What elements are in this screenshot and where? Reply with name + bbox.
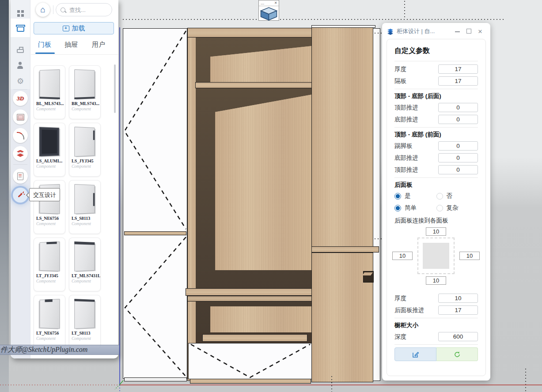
arc-icon	[17, 132, 24, 139]
wardrobe-mid-shelf-edge	[187, 296, 313, 302]
close-icon[interactable]: ×	[274, 1, 277, 5]
component-card[interactable]: BR_MLS743... Component	[69, 65, 101, 119]
depth-input[interactable]	[438, 332, 478, 341]
component-type: Component	[34, 164, 65, 169]
wardrobe-plinth	[190, 379, 311, 384]
maximize-button[interactable]	[463, 28, 474, 35]
component-card[interactable]: BL_MLS743... Component	[34, 65, 65, 119]
component-type: Component	[69, 336, 100, 341]
wardrobe-drawer-front[interactable]	[188, 343, 312, 379]
radio-label: 是	[405, 192, 411, 200]
wardrobe-mid-shelf[interactable]	[186, 288, 315, 296]
component-card[interactable]: LT_MLS7431L Component	[69, 237, 101, 291]
param-label: 厚度	[394, 294, 438, 302]
radio-label: 否	[447, 192, 453, 200]
search-box[interactable]	[56, 3, 112, 16]
param-label: 踢脚板	[394, 142, 438, 150]
shelf-input[interactable]	[438, 76, 478, 86]
backpanel-thickness-input[interactable]	[438, 294, 478, 303]
thickness-input[interactable]	[438, 64, 478, 74]
kickboard-input[interactable]	[438, 141, 478, 151]
divider	[394, 344, 478, 345]
load-button-label: 加载	[72, 24, 85, 33]
component-card[interactable]: LS_JYJ345 Component	[69, 123, 101, 177]
tool-arc-button[interactable]	[13, 128, 28, 143]
radio-unselected-icon[interactable]	[436, 193, 443, 200]
more-icon[interactable]: ...	[261, 1, 264, 5]
radio-option-simple[interactable]: 简单	[394, 204, 436, 212]
watermark-text: 件大师@SketchUpPlugin.com	[0, 346, 87, 353]
component-name: BL_MLS743...	[34, 101, 65, 106]
tab-users[interactable]: 用户	[92, 41, 105, 49]
refresh-icon	[454, 351, 461, 358]
wardrobe-door-handle[interactable]	[363, 271, 374, 283]
component-type: Component	[34, 336, 65, 341]
params-window-titlebar[interactable]: 柜体设计 | 自... ✕	[382, 23, 490, 38]
param-row: 深度	[394, 331, 478, 342]
header-separator	[53, 5, 53, 14]
component-preview-widget[interactable]: ... ×	[258, 0, 279, 21]
tab-drawers[interactable]: 抽屉	[64, 41, 78, 49]
wardrobe-left-door[interactable]	[123, 28, 187, 379]
offset-bottom-input[interactable]	[426, 276, 446, 285]
minimize-button[interactable]	[451, 28, 463, 35]
param-row: 底部推进	[394, 152, 478, 163]
radio-option-complex[interactable]: 复杂	[436, 204, 478, 212]
component-type: Component	[69, 222, 100, 226]
tool-box-button[interactable]	[13, 109, 28, 124]
component-card[interactable]: LT_S8113 Component	[69, 295, 101, 349]
hardware-button[interactable]	[11, 41, 30, 58]
tool-3d-button[interactable]: 3D	[13, 91, 28, 106]
wardrobe-left-shelf-edge	[124, 231, 186, 235]
search-input[interactable]	[68, 6, 106, 14]
user-button[interactable]	[11, 57, 30, 74]
component-type: Component	[34, 107, 65, 111]
radio-selected-icon[interactable]	[394, 205, 401, 211]
divider	[394, 61, 478, 61]
section-title-front: 顶部 - 底部 (前面)	[394, 130, 478, 139]
grid-icon	[17, 10, 24, 17]
home-icon: ⌂	[40, 5, 45, 15]
param-row: 隔板	[394, 75, 478, 87]
backpanel-inset-input[interactable]	[438, 305, 478, 315]
param-label: 隔板	[394, 77, 438, 85]
radio-option-no[interactable]: 否	[436, 192, 478, 200]
close-button[interactable]: ✕	[474, 28, 486, 35]
component-card[interactable]: LS_ALUMI... Component	[34, 123, 65, 177]
wardrobe-right-door-upper[interactable]	[311, 27, 373, 247]
settings-button[interactable]: ⚙	[11, 72, 30, 90]
top-inset-back-input[interactable]	[438, 103, 478, 112]
radio-unselected-icon[interactable]	[436, 205, 443, 211]
component-library-panel: ⚙ 3D ⌂ + 加载 门板 抽屉 用户 BL_MLS743... Compon…	[11, 0, 118, 358]
offset-left-input[interactable]	[392, 252, 413, 260]
param-label: 顶部推进	[394, 166, 438, 174]
home-button[interactable]: ⌂	[36, 3, 50, 17]
tab-doors[interactable]: 门板	[38, 41, 51, 49]
scrollbar-thumb[interactable]	[114, 64, 116, 113]
cabinet-library-button[interactable]	[11, 19, 30, 37]
wardrobe-upper-shelf[interactable]	[195, 82, 313, 88]
tool-document-button[interactable]	[13, 169, 28, 184]
component-name: LS_NE6756	[34, 216, 65, 221]
radio-selected-icon[interactable]	[394, 193, 401, 200]
offset-top-input[interactable]	[426, 227, 446, 236]
load-button[interactable]: + 加载	[34, 22, 114, 34]
offset-right-input[interactable]	[459, 252, 480, 260]
bottom-inset-back-input[interactable]	[438, 115, 478, 124]
top-inset-front-input[interactable]	[438, 165, 478, 174]
bottom-inset-front-input[interactable]	[438, 153, 478, 162]
user-icon	[17, 62, 24, 69]
minimize-icon	[455, 31, 460, 32]
component-card[interactable]: LS_S8113 Component	[69, 180, 101, 234]
component-card[interactable]: LT_JYJ345 Component	[34, 237, 65, 291]
cube-icon	[259, 6, 279, 21]
component-card[interactable]: LT_NE6756 Component	[34, 295, 65, 349]
tool-layers-button[interactable]	[13, 146, 28, 161]
radio-option-yes[interactable]: 是	[394, 192, 436, 200]
radio-label: 复杂	[447, 204, 459, 212]
radio-row: 简单 复杂	[394, 202, 478, 214]
tool-interactive-design-button[interactable]	[13, 188, 28, 203]
edit-button[interactable]	[394, 347, 436, 361]
refresh-button[interactable]	[436, 347, 478, 361]
backpanel-connect-label: 后面板连接到各面板	[394, 217, 478, 225]
